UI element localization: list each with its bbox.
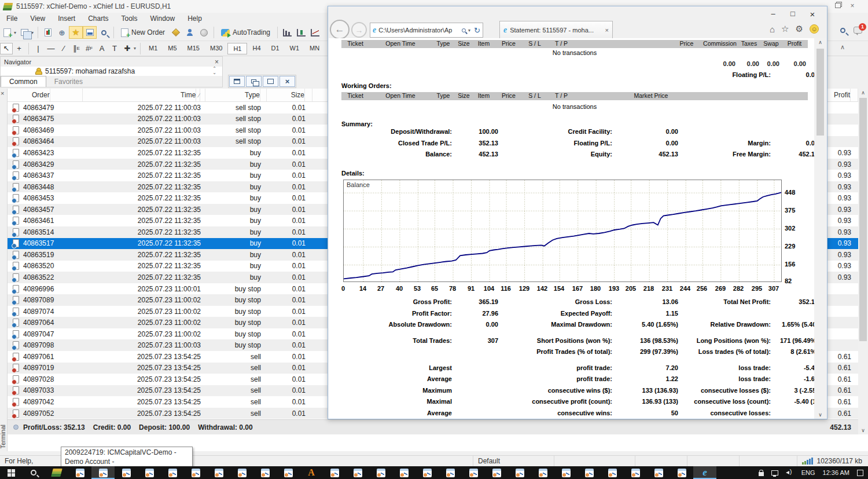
arrows-tool[interactable]: ✚ bbox=[121, 43, 134, 54]
chart-close-button[interactable]: × bbox=[279, 76, 295, 87]
feedback-smiley-icon[interactable]: ☺ bbox=[810, 24, 819, 34]
terminal-close-icon[interactable]: × bbox=[1, 90, 4, 97]
address-bar[interactable]: e C:\Users\Administrator\Ap ▾ ↻ bbox=[370, 23, 483, 38]
menu-charts[interactable]: Charts bbox=[82, 14, 115, 23]
taskbar-app-app-a[interactable]: A bbox=[300, 466, 323, 479]
browser-tab[interactable]: e Statement: 5115597 - moha... × bbox=[499, 21, 613, 38]
status-profile[interactable]: Default bbox=[473, 456, 554, 466]
taskbar-app-mt4[interactable] bbox=[138, 466, 161, 479]
new-order-button[interactable]: New Order bbox=[117, 27, 169, 38]
navigator-close-icon[interactable]: × bbox=[215, 58, 219, 66]
metaeditor-button[interactable] bbox=[169, 26, 183, 39]
terminal-scrollbar[interactable]: ∧ ∨ bbox=[858, 89, 868, 434]
navigator-button[interactable]: ★ bbox=[69, 26, 83, 39]
ie-maximize-button[interactable]: □ bbox=[786, 9, 799, 18]
cursor-tool[interactable]: ↖ bbox=[0, 43, 13, 54]
taskbar-app-mt4[interactable] bbox=[346, 466, 369, 479]
terminal-button[interactable] bbox=[83, 26, 97, 39]
candlestick-chart-button[interactable] bbox=[295, 26, 308, 39]
taskbar-app-mt4[interactable] bbox=[485, 466, 508, 479]
market-watch-button[interactable] bbox=[41, 26, 55, 39]
bar-chart-button[interactable] bbox=[281, 26, 295, 39]
tray-volume-icon[interactable] bbox=[786, 470, 794, 476]
taskbar-app-mt4[interactable] bbox=[369, 466, 392, 479]
menu-window[interactable]: Window bbox=[144, 14, 182, 23]
tray-network-icon[interactable] bbox=[771, 470, 778, 476]
data-window-button[interactable]: ⊕ bbox=[55, 26, 69, 39]
chevron-up-icon[interactable]: ∧ bbox=[840, 43, 845, 51]
forward-button[interactable]: → bbox=[351, 22, 367, 38]
ie-minimize-button[interactable]: – bbox=[767, 9, 779, 18]
home-icon[interactable]: ⌂ bbox=[770, 24, 775, 34]
profiles-button[interactable] bbox=[17, 26, 31, 39]
column-type[interactable]: Type bbox=[205, 89, 267, 101]
search-icon[interactable] bbox=[840, 28, 845, 33]
taskbar-app-mt4[interactable] bbox=[647, 466, 670, 479]
ie-scrollbar[interactable]: ∧ ∨ bbox=[814, 38, 826, 419]
menu-insert[interactable]: Insert bbox=[52, 14, 82, 23]
line-chart-button[interactable] bbox=[308, 26, 322, 39]
tray-clock[interactable]: 12:36 AM bbox=[823, 466, 849, 479]
navigator-spinner[interactable]: ⌃⌄ bbox=[212, 67, 216, 75]
taskbar-app-mt4[interactable] bbox=[601, 466, 624, 479]
timeframe-m1[interactable]: M1 bbox=[144, 43, 163, 54]
menu-file[interactable]: File bbox=[0, 14, 24, 23]
fibonacci-tool[interactable]: #F bbox=[83, 43, 95, 54]
timeframe-h4[interactable]: H4 bbox=[247, 43, 266, 54]
address-dropdown-icon[interactable]: ▾ bbox=[468, 28, 470, 33]
vertical-line-tool[interactable]: | bbox=[32, 43, 45, 54]
taskbar-app-mt4[interactable] bbox=[531, 466, 554, 479]
taskbar-app-mt4[interactable] bbox=[415, 466, 439, 479]
text-tool[interactable]: A bbox=[95, 43, 108, 54]
menu-help[interactable]: Help bbox=[181, 14, 208, 23]
tray-lock-icon[interactable] bbox=[759, 472, 764, 476]
navigator-account-item[interactable]: 5115597: mohamad razafsha ⌃⌄ bbox=[1, 67, 222, 76]
timeframe-d1[interactable]: D1 bbox=[266, 43, 285, 54]
ie-close-button[interactable]: × bbox=[806, 9, 819, 19]
navigator-tab-common[interactable]: Common bbox=[1, 76, 46, 87]
address-search-icon[interactable] bbox=[462, 28, 466, 32]
scroll-up-icon[interactable]: ∧ bbox=[858, 90, 868, 96]
taskbar-app-mt4[interactable] bbox=[184, 466, 207, 479]
timeframe-w1[interactable]: W1 bbox=[285, 43, 305, 54]
taskbar-app-mt4[interactable] bbox=[161, 466, 184, 479]
timeframe-h1[interactable]: H1 bbox=[227, 43, 247, 54]
taskbar-app-mt4[interactable] bbox=[462, 466, 485, 479]
settings-gear-icon[interactable]: ⚙ bbox=[796, 24, 803, 34]
chart-cascade-button[interactable] bbox=[246, 76, 262, 87]
horizontal-line-tool[interactable]: — bbox=[45, 43, 57, 54]
tray-language[interactable]: ENG bbox=[801, 469, 815, 476]
taskbar-app-mt4[interactable] bbox=[253, 466, 277, 479]
status-connection[interactable]: 102360/117 kb bbox=[802, 457, 868, 465]
taskbar-app-mt4[interactable] bbox=[323, 466, 346, 479]
timeframe-m30[interactable]: M30 bbox=[205, 43, 227, 54]
chart-restore-button[interactable] bbox=[263, 76, 278, 87]
taskbar-app-mt4[interactable] bbox=[207, 466, 230, 479]
back-button[interactable]: ← bbox=[330, 20, 350, 39]
column-order[interactable]: Order bbox=[8, 89, 83, 101]
chat-icon[interactable]: 1 bbox=[854, 27, 862, 34]
taskbar-app-mt4[interactable] bbox=[91, 466, 115, 479]
trendline-tool[interactable]: ∕ bbox=[57, 43, 70, 54]
strategy-tester-button[interactable] bbox=[97, 26, 111, 39]
column-size[interactable]: Size bbox=[267, 89, 312, 101]
ie-scroll-up-icon[interactable]: ∧ bbox=[814, 39, 826, 45]
scroll-down-icon[interactable]: ∨ bbox=[858, 427, 868, 433]
action-center-icon[interactable] bbox=[857, 470, 863, 476]
start-button[interactable] bbox=[0, 466, 22, 479]
new-chart-button[interactable] bbox=[0, 26, 14, 39]
taskbar-app-mt4[interactable] bbox=[508, 466, 531, 479]
chart-minimize-button[interactable] bbox=[229, 76, 245, 87]
favorites-star-icon[interactable]: ☆ bbox=[781, 24, 789, 34]
ie-scroll-down-icon[interactable]: ∨ bbox=[814, 412, 826, 418]
taskbar-app-mt4[interactable] bbox=[624, 466, 647, 479]
timeframe-m15[interactable]: M15 bbox=[182, 43, 205, 54]
taskbar-app-ie[interactable]: e bbox=[693, 466, 716, 479]
tab-close-icon[interactable]: × bbox=[605, 27, 609, 34]
taskbar-app-mt4[interactable] bbox=[554, 466, 578, 479]
equidistant-channel-tool[interactable]: ∥E bbox=[70, 43, 83, 54]
autotrading-button[interactable]: AutoTrading bbox=[217, 27, 274, 38]
text-label-tool[interactable]: T bbox=[108, 43, 121, 54]
signals-button[interactable] bbox=[197, 26, 211, 39]
taskbar-app-mt4[interactable] bbox=[439, 466, 462, 479]
